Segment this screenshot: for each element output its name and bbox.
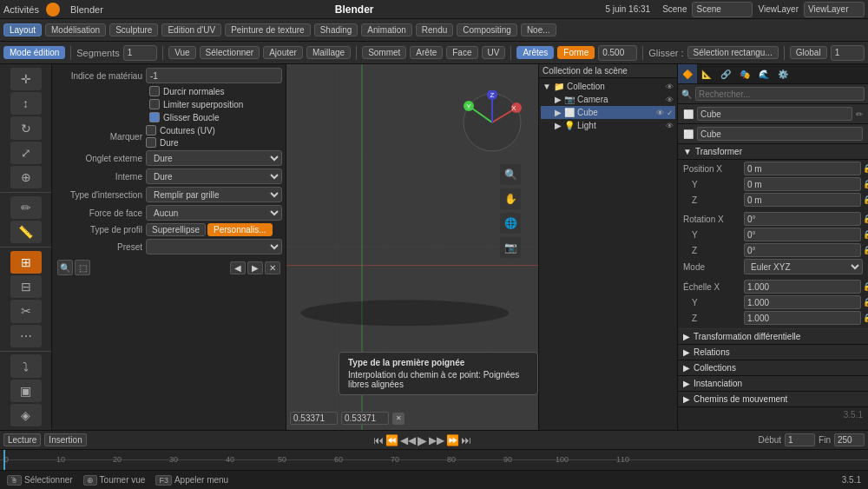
- outliner-item-light[interactable]: ▶ 💡 Light 👁: [541, 119, 675, 132]
- scale-y-lock-icon[interactable]: 🔒: [863, 298, 868, 307]
- mini-btn-x[interactable]: ✕: [265, 261, 280, 274]
- prev-keyframe-btn[interactable]: ◀◀: [400, 434, 416, 446]
- tab-modelisation[interactable]: Modélisation: [45, 23, 106, 36]
- tool-move[interactable]: ↕: [10, 92, 42, 115]
- props-search-input[interactable]: [695, 87, 865, 101]
- pos-z-input[interactable]: [744, 193, 861, 207]
- coord-y-input[interactable]: [341, 412, 389, 425]
- scale-x-lock-icon[interactable]: 🔒: [863, 282, 868, 291]
- tab-noe[interactable]: Noe...: [521, 23, 556, 36]
- mode-btn[interactable]: Mode édition: [3, 46, 65, 59]
- f3-icon[interactable]: F3: [155, 475, 172, 486]
- coord-close-btn[interactable]: ✕: [392, 413, 404, 425]
- jump-end-btn[interactable]: ⏭: [461, 434, 471, 446]
- viewport-3d[interactable]: X Y Z 🔍 ✋ 🌐 📷: [286, 64, 538, 430]
- forme-btn[interactable]: Forme: [557, 46, 595, 59]
- pos-x-lock-icon[interactable]: 🔒: [863, 164, 868, 173]
- mode-select[interactable]: Euler XYZ: [744, 259, 863, 274]
- scale-z-input[interactable]: [744, 311, 861, 325]
- mouse-left-icon[interactable]: 🖱: [7, 475, 22, 486]
- props-icon-5[interactable]: 🌊: [754, 64, 773, 83]
- pos-z-lock-icon[interactable]: 🔒: [863, 195, 868, 204]
- object-name-input[interactable]: [697, 107, 852, 121]
- nav-orbit[interactable]: 🌐: [500, 213, 521, 234]
- tool-offset[interactable]: ⊟: [10, 275, 42, 298]
- indice-input[interactable]: [146, 68, 282, 83]
- rot-z-input[interactable]: [744, 243, 861, 257]
- tab-edition-uv[interactable]: Edition d'UV: [161, 23, 221, 36]
- props-icon-6[interactable]: ⚙️: [773, 64, 792, 83]
- outliner-item-cube[interactable]: ▶ ⬜ Cube 👁 ✓: [541, 106, 675, 119]
- mini-nav-right[interactable]: ▶: [247, 261, 263, 274]
- onglet-ext-select[interactable]: Dure: [146, 150, 282, 166]
- tool-scale[interactable]: ⤢: [10, 142, 42, 164]
- object-name-edit-icon[interactable]: ✏: [856, 109, 863, 119]
- forme-input[interactable]: [598, 45, 637, 61]
- transform-diff-header[interactable]: ▶ Transformation différentielle: [678, 328, 868, 345]
- tool-measure[interactable]: 📏: [10, 221, 42, 243]
- activites-menu[interactable]: Activités: [3, 4, 39, 15]
- instanciation-header[interactable]: ▶ Instanciation: [678, 376, 868, 392]
- next-keyframe-btn[interactable]: ▶▶: [429, 434, 444, 446]
- outliner-item-collection[interactable]: ▼ 📁 Collection 👁: [541, 80, 675, 93]
- sommet-btn[interactable]: Sommet: [362, 46, 406, 59]
- durcir-checkbox[interactable]: [149, 86, 160, 96]
- type-inter-select[interactable]: Remplir par grille: [146, 187, 282, 202]
- personnalis-btn[interactable]: Personnalis...: [207, 223, 273, 236]
- props-icon-2[interactable]: 📐: [697, 64, 716, 83]
- maillage-btn[interactable]: Maillage: [306, 46, 351, 59]
- coutures-checkbox[interactable]: [146, 125, 156, 135]
- rot-y-input[interactable]: [744, 228, 861, 241]
- pos-x-input[interactable]: [744, 162, 861, 175]
- aretes-btn[interactable]: Arêtes: [516, 46, 554, 59]
- tool-knife[interactable]: ✂: [10, 300, 42, 322]
- tool-transform[interactable]: ⊕: [10, 166, 42, 188]
- middle-mouse-icon[interactable]: ⊕: [83, 475, 97, 486]
- rot-x-input[interactable]: [744, 212, 861, 226]
- tab-compositing[interactable]: Compositing: [457, 23, 517, 36]
- tab-layout[interactable]: Layout: [3, 23, 42, 36]
- scene-input[interactable]: [692, 2, 753, 17]
- rot-x-lock-icon[interactable]: 🔒: [863, 215, 868, 223]
- relations-header[interactable]: ▶ Relations: [678, 345, 868, 360]
- vue-btn[interactable]: Vue: [168, 46, 195, 59]
- interne-select[interactable]: Dure: [146, 169, 282, 184]
- tab-animation[interactable]: Animation: [361, 23, 411, 36]
- jump-start-btn[interactable]: ⏮: [373, 434, 384, 446]
- chemins-header[interactable]: ▶ Chemins de mouvement: [678, 392, 868, 407]
- timeline-ruler[interactable]: 0 10 20 30 40 50 60 70 80 90 100 110: [0, 450, 868, 470]
- tab-peinture[interactable]: Peinture de texture: [225, 23, 311, 36]
- tab-sculpture[interactable]: Sculpture: [109, 23, 158, 36]
- tab-rendu[interactable]: Rendu: [416, 23, 453, 36]
- tool-inset[interactable]: ▣: [10, 380, 42, 402]
- selection-btn[interactable]: Sélection rectangu...: [687, 46, 779, 59]
- superellipse-btn[interactable]: Superellipse: [146, 223, 206, 236]
- transformer-header[interactable]: ▼ Transformer: [678, 144, 868, 160]
- frame-start-input[interactable]: [785, 433, 815, 446]
- tool-cursor[interactable]: ✛: [10, 68, 42, 90]
- scale-y-input[interactable]: [744, 295, 861, 309]
- segments-input[interactable]: [123, 45, 157, 61]
- tool-annotate[interactable]: ✏: [10, 196, 42, 219]
- tool-loop-cut[interactable]: ⊞: [10, 251, 42, 274]
- glisser-checkbox[interactable]: [149, 112, 160, 122]
- pos-y-lock-icon[interactable]: 🔒: [863, 180, 868, 188]
- collections-header[interactable]: ▶ Collections: [678, 360, 868, 376]
- ajouter-btn[interactable]: Ajouter: [263, 46, 303, 59]
- step-fwd-btn[interactable]: ⏩: [446, 434, 459, 446]
- play-mode-btn[interactable]: Lecture: [3, 433, 41, 446]
- viewlayer-input[interactable]: [804, 2, 865, 17]
- insert-btn[interactable]: Insertion: [44, 433, 86, 446]
- uv-btn[interactable]: UV: [482, 46, 506, 59]
- nav-gizmo[interactable]: X Y Z: [460, 90, 525, 155]
- nav-pan[interactable]: ✋: [500, 188, 521, 209]
- step-back-btn[interactable]: ⏪: [385, 434, 398, 446]
- play-btn[interactable]: ▶: [418, 433, 427, 447]
- tool-bevel[interactable]: ◈: [10, 404, 42, 426]
- mesh-name-input[interactable]: [697, 127, 863, 141]
- preset-select[interactable]: [146, 239, 282, 254]
- tool-extrude[interactable]: ⤵: [10, 354, 42, 377]
- force-face-select[interactable]: Aucun: [146, 205, 282, 221]
- mini-btn1[interactable]: 🔍: [57, 260, 73, 275]
- nav-zoom[interactable]: 🔍: [500, 164, 521, 185]
